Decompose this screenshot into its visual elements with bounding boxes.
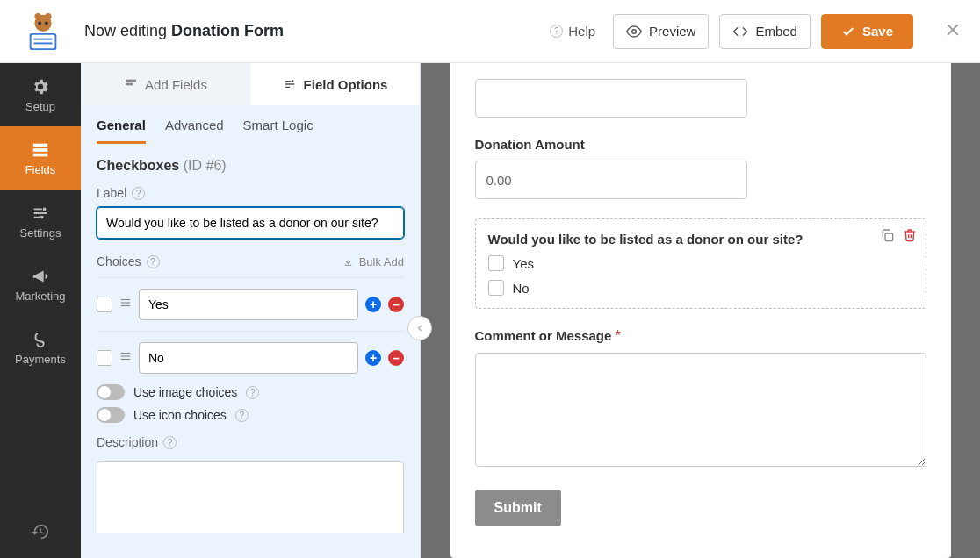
help-label: Help — [568, 24, 595, 39]
history-icon — [31, 522, 50, 541]
svg-rect-8 — [33, 42, 52, 44]
checkbox-option[interactable]: No — [488, 280, 913, 296]
drag-handle-icon[interactable] — [119, 350, 132, 366]
sidebar-item-payments[interactable]: Payments — [0, 316, 81, 379]
close-button[interactable] — [943, 20, 962, 43]
label-caption: Label — [97, 186, 126, 200]
donation-amount-label: Donation Amount — [475, 137, 926, 152]
required-marker: * — [615, 328, 620, 343]
preview-button[interactable]: Preview — [613, 14, 709, 49]
donation-amount-input[interactable] — [475, 161, 747, 199]
bulk-add-button[interactable]: Bulk Add — [342, 255, 404, 268]
subtab-general[interactable]: General — [97, 118, 146, 144]
remove-choice-button[interactable]: – — [388, 350, 404, 366]
sidebar-item-fields[interactable]: Fields — [0, 126, 81, 190]
embed-button[interactable]: Embed — [719, 14, 811, 49]
top-actions: ? Help Preview Embed Save — [550, 14, 962, 49]
description-caption: Description — [97, 435, 158, 449]
help-icon[interactable]: ? — [235, 409, 249, 422]
tab-field-options[interactable]: Field Options — [250, 63, 420, 105]
toggle-icon-choices[interactable]: Use icon choices ? — [97, 407, 404, 423]
help-button[interactable]: ? Help — [550, 24, 595, 39]
collapse-panel-button[interactable] — [407, 316, 432, 340]
tab-add-fields[interactable]: Add Fields — [81, 63, 250, 105]
sidebar-item-setup[interactable]: Setup — [0, 63, 81, 126]
comment-textarea[interactable] — [475, 353, 926, 467]
choice-input[interactable] — [139, 342, 358, 374]
eye-icon — [626, 24, 642, 39]
checkbox-option[interactable]: Yes — [488, 255, 913, 271]
submit-button[interactable]: Submit — [475, 490, 561, 526]
options-icon — [283, 77, 297, 91]
tab-label: Add Fields — [145, 77, 207, 92]
svg-point-17 — [292, 80, 294, 82]
svg-point-14 — [40, 215, 44, 218]
svg-point-3 — [38, 21, 41, 25]
field-options-panel: Add Fields Field Options General Advance… — [81, 0, 421, 558]
delete-field-button[interactable] — [903, 228, 917, 245]
bullhorn-icon — [31, 267, 50, 286]
help-icon[interactable]: ? — [147, 255, 160, 268]
svg-rect-23 — [121, 359, 131, 360]
svg-point-4 — [45, 21, 48, 25]
fields-icon — [31, 140, 50, 160]
subtab-advanced[interactable]: Advanced — [165, 118, 224, 144]
chevron-left-icon — [414, 323, 425, 333]
app-logo — [18, 6, 68, 57]
subtab-smart-logic[interactable]: Smart Logic — [243, 118, 313, 144]
tab-label: Field Options — [304, 77, 388, 92]
preview-text-input[interactable] — [475, 79, 747, 118]
sliders-icon — [31, 204, 50, 223]
help-icon[interactable]: ? — [163, 436, 177, 449]
check-icon — [841, 25, 855, 39]
svg-point-2 — [45, 12, 52, 19]
checkbox-field-block[interactable]: Would you like to be listed as a donor o… — [475, 218, 926, 309]
checkbox[interactable] — [488, 280, 504, 296]
description-textarea[interactable] — [97, 461, 404, 533]
choice-row: + – — [97, 331, 404, 374]
field-id: (ID #6) — [184, 158, 227, 173]
svg-point-9 — [632, 29, 637, 33]
add-choice-button[interactable]: + — [365, 350, 381, 366]
history-button[interactable] — [0, 505, 81, 558]
svg-rect-21 — [121, 353, 131, 354]
sidebar-label: Settings — [20, 226, 61, 240]
svg-rect-6 — [32, 34, 55, 47]
choice-row: + – — [97, 277, 404, 320]
choices-caption: Choices — [97, 254, 141, 268]
help-icon[interactable]: ? — [246, 386, 259, 399]
remove-choice-button[interactable]: – — [388, 297, 404, 312]
drag-handle-icon[interactable] — [119, 297, 132, 312]
dollar-icon — [31, 330, 50, 349]
sidebar-item-settings[interactable]: Settings — [0, 190, 81, 253]
sidebar-item-marketing[interactable]: Marketing — [0, 253, 81, 316]
choice-default-checkbox[interactable] — [97, 297, 112, 312]
download-icon — [342, 256, 354, 268]
embed-icon — [732, 24, 748, 39]
svg-rect-22 — [121, 355, 131, 356]
copy-icon — [880, 228, 894, 242]
toggle-label: Use icon choices — [133, 408, 227, 422]
checkbox[interactable] — [488, 255, 504, 271]
save-label: Save — [862, 24, 893, 39]
save-button[interactable]: Save — [821, 14, 913, 49]
form-name: Donation Form — [171, 22, 284, 39]
editing-title: Now editing Donation Form — [84, 22, 284, 40]
duplicate-field-button[interactable] — [880, 228, 894, 245]
bulk-add-label: Bulk Add — [359, 255, 404, 268]
help-icon[interactable]: ? — [132, 187, 145, 200]
choice-input[interactable] — [139, 289, 358, 320]
add-fields-icon — [124, 77, 138, 91]
help-icon: ? — [550, 25, 563, 38]
toggle-image-choices[interactable]: Use image choices ? — [97, 384, 404, 400]
toggle-switch[interactable] — [97, 384, 125, 400]
svg-rect-12 — [33, 153, 48, 156]
toggle-switch[interactable] — [97, 407, 125, 423]
svg-rect-10 — [33, 143, 48, 147]
add-choice-button[interactable]: + — [365, 297, 381, 312]
choice-default-checkbox[interactable] — [97, 350, 112, 366]
option-label: No — [513, 281, 530, 296]
top-bar: Now editing Donation Form ? Help Preview… — [0, 0, 980, 63]
svg-point-1 — [34, 12, 41, 19]
label-input[interactable] — [97, 207, 404, 239]
